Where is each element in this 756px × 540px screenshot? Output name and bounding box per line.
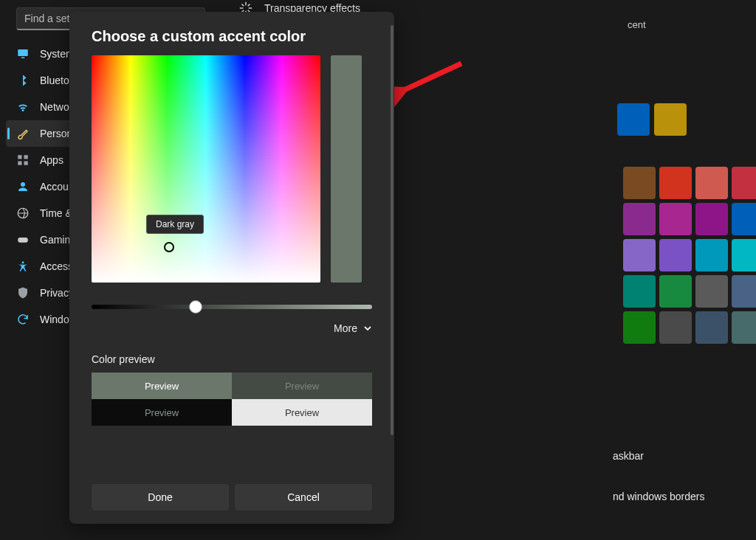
- svg-rect-3: [24, 155, 28, 159]
- accent-fragment: cent: [628, 19, 741, 30]
- accent-swatch[interactable]: [623, 275, 656, 308]
- accent-swatch[interactable]: [695, 239, 728, 271]
- accent-swatch[interactable]: [695, 203, 728, 235]
- value-slider[interactable]: [92, 305, 372, 309]
- sync-icon: [16, 313, 30, 326]
- selected-color-preview: [331, 55, 362, 283]
- taskbar-fragment: askbar: [613, 450, 644, 462]
- more-toggle[interactable]: More: [92, 322, 372, 334]
- color-preview-cell: Preview: [92, 373, 232, 399]
- accent-swatch[interactable]: [623, 311, 656, 344]
- color-preview-grid: PreviewPreviewPreviewPreview: [92, 373, 372, 426]
- cancel-button[interactable]: Cancel: [235, 484, 372, 510]
- color-preview-label: Color preview: [92, 353, 372, 365]
- bluetooth-icon: [16, 74, 30, 87]
- accent-swatch[interactable]: [659, 275, 692, 308]
- done-button[interactable]: Done: [92, 484, 229, 510]
- svg-point-6: [21, 182, 25, 187]
- chevron-down-icon: [363, 324, 372, 333]
- apps-icon: [16, 153, 30, 167]
- color-preview-cell: Preview: [92, 399, 232, 426]
- svg-rect-2: [18, 155, 21, 159]
- accent-swatch[interactable]: [732, 167, 756, 199]
- spectrum-cursor[interactable]: [164, 242, 174, 252]
- monitor-icon: [16, 47, 30, 60]
- sidebar-item-label: Apps: [40, 154, 63, 166]
- accent-swatch[interactable]: [623, 167, 656, 199]
- accent-swatch[interactable]: [732, 203, 756, 235]
- svg-rect-4: [18, 162, 21, 165]
- accent-swatch[interactable]: [695, 311, 728, 344]
- gamepad-icon: [16, 233, 30, 246]
- accent-swatch[interactable]: [659, 167, 692, 199]
- color-spectrum[interactable]: Dark gray: [92, 55, 320, 283]
- accent-swatch[interactable]: [695, 167, 728, 199]
- dialog-title: Choose a custom accent color: [92, 28, 372, 45]
- accent-swatch[interactable]: [732, 275, 756, 308]
- svg-rect-1: [21, 58, 25, 59]
- svg-rect-0: [18, 49, 28, 56]
- color-picker-dialog: Choose a custom accent color Dark gray M…: [69, 12, 394, 524]
- wifi-icon: [16, 100, 30, 114]
- borders-fragment: nd windows borders: [613, 491, 705, 502]
- accent-swatch[interactable]: [659, 311, 692, 344]
- svg-rect-5: [24, 162, 28, 165]
- person-icon: [16, 180, 30, 193]
- accessibility-icon: [16, 260, 30, 273]
- more-label: More: [334, 322, 357, 334]
- accent-swatch[interactable]: [654, 103, 687, 136]
- accent-swatch[interactable]: [732, 239, 756, 271]
- accent-swatch[interactable]: [732, 311, 756, 344]
- brush-icon: [16, 127, 30, 140]
- color-preview-cell: Preview: [232, 399, 372, 426]
- accent-swatch[interactable]: [623, 239, 656, 271]
- globe-clock-icon: [16, 207, 30, 220]
- svg-point-9: [22, 261, 24, 263]
- color-preview-cell: Preview: [232, 373, 372, 399]
- dialog-scrollbar[interactable]: [391, 25, 394, 435]
- shield-icon: [16, 286, 30, 300]
- accent-swatch[interactable]: [659, 203, 692, 235]
- accent-swatch[interactable]: [623, 203, 656, 235]
- value-slider-thumb[interactable]: [189, 300, 202, 314]
- svg-rect-8: [18, 238, 28, 243]
- accent-swatch[interactable]: [617, 103, 650, 136]
- accent-swatch[interactable]: [659, 239, 692, 271]
- accent-swatch[interactable]: [695, 275, 728, 308]
- color-tooltip: Dark gray: [146, 215, 204, 234]
